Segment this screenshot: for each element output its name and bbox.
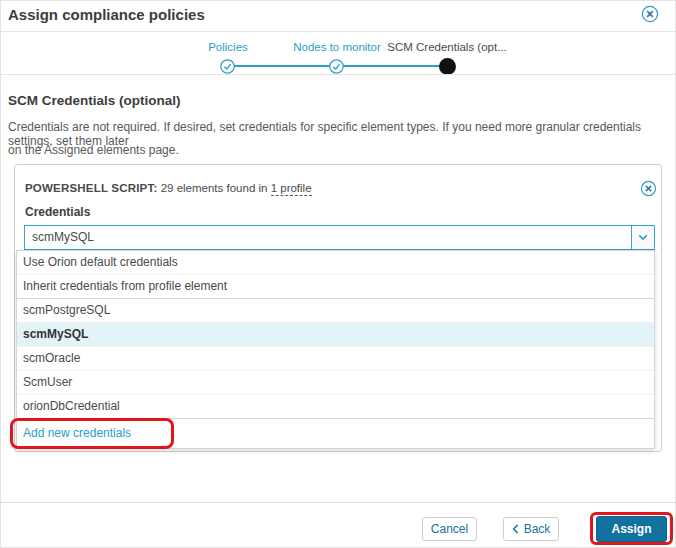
chevron-down-icon — [638, 234, 648, 241]
step-label-policies[interactable]: Policies — [208, 41, 248, 53]
dialog-title: Assign compliance policies — [8, 6, 205, 23]
back-button-label: Back — [524, 522, 551, 536]
chevron-left-icon — [512, 524, 519, 534]
description-line-2: on the Assigned elements page. — [8, 143, 670, 157]
panel-title: POWERSHELL SCRIPT: — [25, 182, 157, 194]
credentials-label: Credentials — [25, 205, 90, 219]
profile-count-link[interactable]: 1 profile — [271, 182, 312, 196]
step-label-nodes[interactable]: Nodes to monitor — [293, 41, 381, 53]
page-heading: SCM Credentials (optional) — [8, 93, 181, 108]
dialog-close-icon[interactable] — [641, 5, 659, 23]
back-button[interactable]: Back — [503, 517, 559, 541]
cancel-button-label: Cancel — [431, 522, 468, 536]
dropdown-option-scmoracle[interactable]: scmOracle — [17, 347, 654, 371]
step-label-scm-credentials: SCM Credentials (opt... — [387, 41, 507, 53]
dropdown-option-inherit[interactable]: Inherit credentials from profile element — [17, 275, 654, 299]
stepper-divider — [0, 74, 676, 75]
add-new-credentials-link[interactable]: Add new credentials — [17, 419, 654, 448]
footer-divider — [0, 502, 676, 503]
combobox-value[interactable]: scmMySQL — [25, 226, 631, 249]
cancel-button[interactable]: Cancel — [422, 517, 477, 541]
panel-summary: POWERSHELL SCRIPT: 29 elements found in … — [25, 182, 312, 194]
dropdown-option-orion-default[interactable]: Use Orion default credentials — [17, 251, 654, 275]
dropdown-option-scmmysql-selected[interactable]: scmMySQL — [17, 323, 654, 347]
panel-close-icon[interactable] — [640, 180, 657, 197]
dropdown-option-scmpostgresql[interactable]: scmPostgreSQL — [17, 299, 654, 323]
header-divider — [0, 31, 676, 32]
panel-summary-text: 29 elements found in — [161, 182, 268, 194]
step-complete-check-icon[interactable] — [220, 59, 235, 74]
assign-button[interactable]: Assign — [596, 516, 667, 542]
combobox-dropdown-button[interactable] — [631, 226, 654, 249]
credentials-combobox[interactable]: scmMySQL — [24, 225, 655, 250]
dropdown-option-scmuser[interactable]: ScmUser — [17, 371, 654, 395]
credentials-dropdown-list: Use Orion default credentials Inherit cr… — [16, 250, 655, 449]
step-complete-check-icon[interactable] — [329, 59, 344, 74]
dropdown-option-oriondbcredential[interactable]: orionDbCredential — [17, 395, 654, 419]
assign-button-label: Assign — [611, 522, 651, 536]
step-current-dot-icon — [439, 58, 456, 75]
